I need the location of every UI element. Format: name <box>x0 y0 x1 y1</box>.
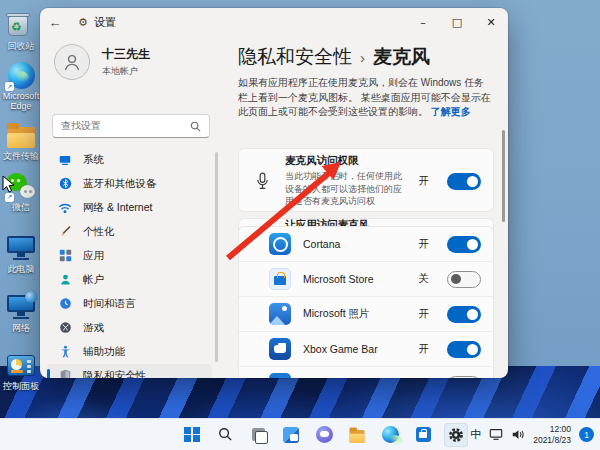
edge-button[interactable] <box>378 423 402 447</box>
sidebar-item-network-internet[interactable]: 网络 & Internet <box>46 196 212 219</box>
store-icon <box>416 427 431 442</box>
start-button[interactable] <box>180 423 204 447</box>
microsoft-store-icon <box>269 268 291 290</box>
mic-access-card: 麦克风访问权限 当此功能开启时，任何使用此设备的人都可以选择他们的应用是否有麦克… <box>238 148 494 212</box>
taskbar-search-button[interactable] <box>213 423 237 447</box>
app-permission-list: Cortana 开 Microsoft Store 关 Microsoft 照片… <box>238 226 494 378</box>
toggle-state-label: 关 <box>419 377 430 378</box>
toggle-state-label: 开 <box>419 237 430 251</box>
edge-icon: ↗ <box>6 60 36 90</box>
ime-indicator[interactable]: 中 <box>470 427 481 442</box>
account-icon <box>58 273 72 287</box>
toggle-state-label: 开 <box>419 342 430 356</box>
clock-icon <box>58 297 72 311</box>
bluetooth-icon <box>58 177 72 191</box>
clipped-app-toggle[interactable] <box>447 376 481 379</box>
desktop-icon-this-pc[interactable]: 此电脑 <box>0 233 42 274</box>
settings-nav: 系统 蓝牙和其他设备 网络 & Internet 个性化 应用 帐户 <box>46 148 212 378</box>
sidebar-item-accessibility[interactable]: 辅助功能 <box>46 340 212 363</box>
app-row-photos: Microsoft 照片 开 <box>239 297 493 332</box>
app-row-cortana: Cortana 开 <box>239 227 493 262</box>
search-placeholder: 查找设置 <box>61 119 190 133</box>
toggle-state-label: 开 <box>419 307 430 321</box>
app-row-clipped: 反馈中心 关 <box>239 367 493 378</box>
system-tray: ∧ 中 12:00 2021/8/23 1 <box>456 419 594 450</box>
desktop-icon-recycle-bin[interactable]: ♻ 回收站 <box>0 10 42 51</box>
clock[interactable]: 12:00 2021/8/23 <box>533 424 571 445</box>
back-button[interactable]: ← <box>40 15 70 30</box>
sidebar-item-personalization[interactable]: 个性化 <box>46 220 212 243</box>
windows-logo-icon <box>184 427 200 443</box>
chat-icon <box>316 426 333 443</box>
settings-app-icon: ⚙ <box>78 16 88 29</box>
toggle-state-label: 开 <box>419 174 430 188</box>
sidebar-item-apps[interactable]: 应用 <box>46 244 212 267</box>
sidebar-scrollbar[interactable] <box>215 152 218 362</box>
sidebar-item-privacy-security[interactable]: 隐私和安全性 <box>46 364 212 378</box>
mouse-cursor <box>2 176 16 194</box>
hidden-icons-chevron[interactable]: ∧ <box>456 430 463 440</box>
control-panel-icon <box>6 350 36 380</box>
system-icon <box>58 153 72 167</box>
learn-more-link[interactable]: 了解更多 <box>431 106 471 117</box>
sidebar-item-accounts[interactable]: 帐户 <box>46 268 212 291</box>
photos-toggle[interactable] <box>447 306 481 323</box>
microsoft-store-toggle[interactable] <box>447 271 481 288</box>
network-icon <box>6 292 36 322</box>
setting-description: 当此功能开启时，任何使用此设备的人都可以选择他们的应用是否有麦克风访问权 <box>285 170 407 208</box>
taskbar-center <box>180 419 468 450</box>
desktop-icon-label: 控制面板 <box>3 382 39 391</box>
tray-date: 2021/8/23 <box>533 435 571 446</box>
task-view-icon <box>252 428 265 441</box>
desktop-icon-control-panel[interactable]: 控制面板 <box>0 350 42 391</box>
file-explorer-icon <box>350 430 365 443</box>
window-title: 设置 <box>94 15 116 30</box>
maximize-button[interactable]: □ <box>440 8 474 36</box>
account-type: 本地帐户 <box>102 65 150 78</box>
desktop-icon-file-transfer[interactable]: 文件传输 <box>0 120 42 161</box>
breadcrumb-parent[interactable]: 隐私和安全性 <box>238 44 352 70</box>
accessibility-icon <box>58 345 72 359</box>
settings-window: ← ⚙ 设置 – □ ✕ 十三先生 本地帐户 查找设置 <box>40 8 508 378</box>
store-button[interactable] <box>411 423 435 447</box>
volume-icon[interactable] <box>511 428 525 441</box>
titlebar[interactable]: ← ⚙ 设置 – □ ✕ <box>40 8 508 36</box>
app-row-xbox-game-bar: Xbox Game Bar 开 <box>239 332 493 367</box>
setting-title: 麦克风访问权限 <box>285 154 407 168</box>
this-pc-icon <box>6 233 36 263</box>
desktop-icon-label: 微信 <box>12 203 30 212</box>
search-input[interactable]: 查找设置 <box>52 114 210 138</box>
content-scrollbar[interactable] <box>502 130 505 222</box>
sidebar-item-gaming[interactable]: 游戏 <box>46 316 212 339</box>
desktop-icon-label: Microsoft Edge <box>0 92 42 111</box>
sidebar-item-system[interactable]: 系统 <box>46 148 212 171</box>
chat-button[interactable] <box>312 423 336 447</box>
minimize-button[interactable]: – <box>406 8 440 36</box>
file-explorer-button[interactable] <box>345 423 369 447</box>
cortana-toggle[interactable] <box>447 236 481 253</box>
edge-icon <box>382 426 399 443</box>
mic-access-toggle[interactable] <box>447 173 481 190</box>
sidebar-item-time-language[interactable]: 时间和语言 <box>46 292 212 315</box>
search-icon <box>218 427 233 442</box>
desktop-icon-network[interactable]: 网络 <box>0 292 42 333</box>
clipped-app-icon <box>269 373 291 378</box>
notification-badge[interactable]: 1 <box>579 427 594 442</box>
widgets-button[interactable] <box>279 423 303 447</box>
user-name: 十三先生 <box>102 46 150 63</box>
desktop-icon-label: 网络 <box>12 324 30 333</box>
settings-sidebar: 十三先生 本地帐户 查找设置 系统 蓝牙和其他设备 网络 & Internet <box>40 36 236 378</box>
breadcrumb-separator: › <box>360 49 365 66</box>
shield-icon <box>58 369 72 379</box>
user-profile[interactable]: 十三先生 本地帐户 <box>54 44 150 80</box>
desktop-icon-label: 回收站 <box>8 42 35 51</box>
desktop-icon-edge[interactable]: ↗ Microsoft Edge <box>0 60 42 111</box>
network-icon[interactable] <box>489 428 503 441</box>
xbox-game-bar-toggle[interactable] <box>447 341 481 358</box>
page-description: 如果有应用程序正在使用麦克风，则会在 Windows 任务栏上看到一个麦克风图标… <box>238 76 494 120</box>
close-button[interactable]: ✕ <box>474 8 508 36</box>
settings-content: 隐私和安全性 › 麦克风 如果有应用程序正在使用麦克风，则会在 Windows … <box>238 36 508 378</box>
sidebar-item-bluetooth-devices[interactable]: 蓝牙和其他设备 <box>46 172 212 195</box>
person-icon <box>62 52 82 72</box>
task-view-button[interactable] <box>246 423 270 447</box>
